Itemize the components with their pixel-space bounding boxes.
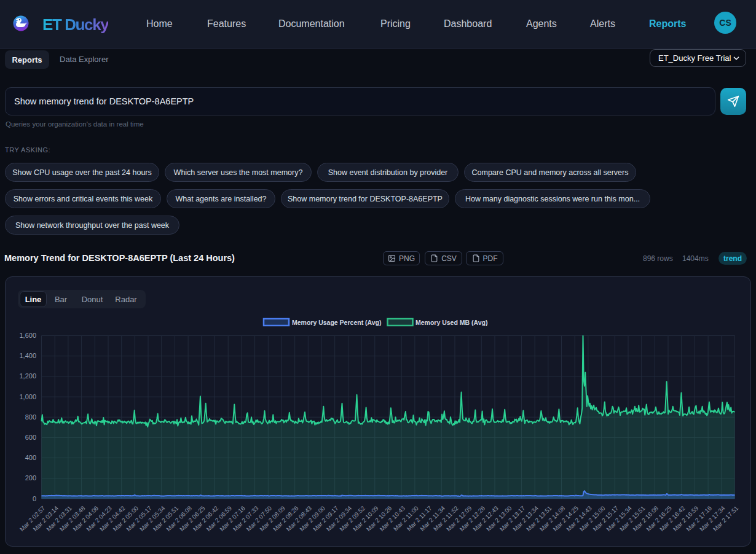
svg-text:1,400: 1,400 <box>19 352 36 359</box>
svg-text:1,200: 1,200 <box>19 372 36 380</box>
svg-text:1,600: 1,600 <box>19 332 36 339</box>
svg-text:1,000: 1,000 <box>19 393 36 400</box>
svg-text:200: 200 <box>25 474 36 482</box>
svg-text:400: 400 <box>25 454 36 461</box>
svg-text:Memory Used MB (Avg): Memory Used MB (Avg) <box>415 319 487 326</box>
svg-text:600: 600 <box>25 434 36 441</box>
svg-text:Memory Usage Percent (Avg): Memory Usage Percent (Avg) <box>292 319 382 326</box>
svg-text:0: 0 <box>33 495 36 502</box>
svg-text:800: 800 <box>25 413 36 421</box>
